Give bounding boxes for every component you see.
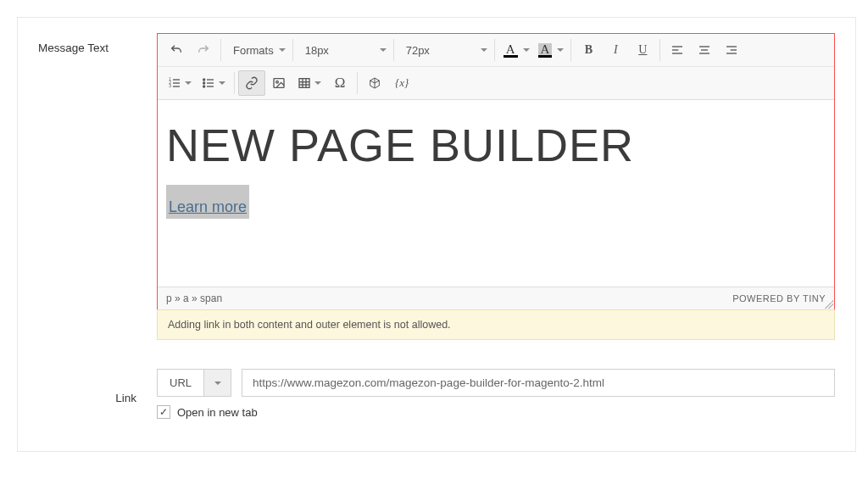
redo-button[interactable] [190, 37, 217, 63]
link-type-select[interactable]: URL [157, 369, 231, 397]
separator [494, 39, 495, 61]
formats-dropdown[interactable]: Formats [225, 37, 289, 63]
underline-button[interactable]: U [629, 37, 656, 63]
editor-statusbar: p » a » span POWERED BY TINY [158, 287, 834, 309]
editor-toolbar: Formats 18px 72px [158, 34, 834, 100]
chevron-down-icon [214, 382, 221, 385]
wysiwyg-editor: Formats 18px 72px [157, 33, 835, 310]
svg-point-19 [203, 82, 205, 84]
align-right-button[interactable] [718, 37, 745, 63]
link-row: Link URL ✓ Open in new tab [38, 369, 835, 419]
bg-color-button[interactable]: A [533, 37, 568, 63]
table-button[interactable] [292, 70, 326, 96]
numbered-list-button[interactable]: 123 [163, 70, 197, 96]
separator [234, 72, 235, 94]
variable-button[interactable]: {x} [388, 70, 415, 96]
url-input[interactable] [242, 369, 835, 397]
image-button[interactable] [265, 70, 292, 96]
formats-label: Formats [233, 44, 274, 57]
message-text-row: Message Text Formats [38, 33, 835, 340]
line-height-dropdown[interactable]: 72px [398, 37, 491, 63]
admin-panel: Message Text Formats [17, 17, 856, 452]
link-label: Link [38, 383, 157, 404]
svg-point-20 [203, 86, 205, 87]
font-size-dropdown[interactable]: 18px [297, 37, 390, 63]
open-new-tab-checkbox[interactable]: ✓ [157, 405, 170, 419]
toolbar-row-1: Formats 18px 72px [158, 34, 834, 67]
font-size-value: 18px [305, 44, 329, 57]
content-heading[interactable]: NEW PAGE BUILDER [166, 119, 826, 171]
editor-column: Formats 18px 72px [157, 33, 835, 340]
special-char-button[interactable]: Ω [326, 70, 353, 96]
message-text-label: Message Text [38, 33, 157, 54]
learn-more-link[interactable]: Learn more [169, 198, 247, 215]
open-new-tab-row: ✓ Open in new tab [157, 405, 835, 419]
highlight-icon: A [538, 43, 553, 58]
line-height-value: 72px [406, 44, 430, 57]
link-type-dropdown-btn[interactable] [203, 370, 231, 396]
text-color-icon: A [504, 43, 518, 58]
separator [292, 39, 293, 61]
chevron-down-icon [314, 81, 321, 85]
chevron-down-icon [185, 81, 192, 85]
chevron-down-icon [557, 48, 564, 52]
separator [220, 39, 221, 61]
svg-rect-23 [299, 79, 309, 88]
toolbar-row-2: 123 [158, 67, 834, 99]
link-controls: URL [157, 369, 835, 397]
svg-point-22 [276, 81, 279, 83]
chevron-down-icon [481, 48, 487, 52]
separator [393, 39, 394, 61]
element-path[interactable]: p » a » span [166, 292, 222, 304]
resize-handle[interactable] [825, 300, 833, 309]
chevron-down-icon [523, 48, 530, 52]
chevron-down-icon [279, 48, 286, 52]
chevron-down-icon [219, 81, 225, 85]
separator [659, 39, 660, 61]
align-center-button[interactable] [691, 37, 718, 63]
chevron-down-icon [380, 48, 387, 52]
separator [357, 72, 358, 94]
warning-banner: Adding link in both content and outer el… [157, 309, 835, 340]
svg-point-18 [203, 79, 205, 81]
widget-button[interactable] [361, 70, 388, 96]
open-new-tab-label: Open in new tab [177, 406, 258, 419]
svg-text:3: 3 [169, 84, 171, 88]
align-left-button[interactable] [664, 37, 691, 63]
link-button[interactable] [238, 70, 265, 96]
link-type-value: URL [158, 370, 203, 396]
editor-content[interactable]: NEW PAGE BUILDER Learn more [158, 100, 834, 287]
link-controls-wrap: URL ✓ Open in new tab [157, 369, 835, 419]
selected-link-text[interactable]: Learn more [166, 185, 249, 219]
italic-button[interactable]: I [602, 37, 629, 63]
undo-button[interactable] [163, 37, 190, 63]
bold-button[interactable]: B [575, 37, 602, 63]
text-color-button[interactable]: A [498, 37, 533, 63]
powered-by: POWERED BY TINY [732, 293, 826, 304]
separator [570, 39, 571, 61]
bullet-list-button[interactable] [197, 70, 231, 96]
